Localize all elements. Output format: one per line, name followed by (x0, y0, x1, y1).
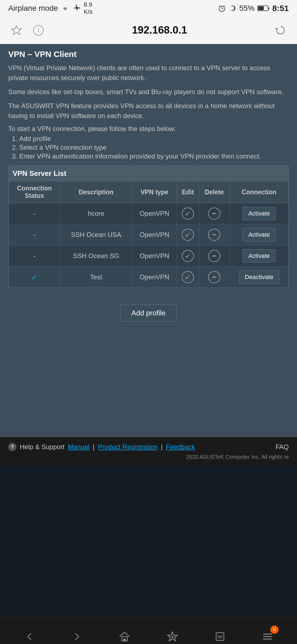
footer-copyright: 2020 ASUSTeK Computer Inc. All rights re (8, 454, 289, 460)
footer: ? Help & Support Manual | Product Regist… (0, 437, 297, 466)
row-delete-2[interactable] (199, 245, 230, 267)
table-row: -SSH Ocean SGOpenVPNActivate (9, 245, 288, 267)
browser-bar: i 192.168.0.1 (0, 17, 297, 44)
svg-line-3 (219, 6, 220, 6)
separator-1: | (93, 443, 94, 451)
table-row: -SSH Ocean USAOpenVPNActivate (9, 224, 288, 245)
svg-text:i: i (38, 27, 39, 34)
vpn-steps-list: Add profile Select a VPN connection type… (8, 135, 289, 160)
row-connection-3[interactable]: Deactivate (230, 267, 288, 288)
row-vpntype-2: OpenVPN (132, 245, 177, 267)
battery-icon (257, 5, 270, 12)
row-description-3: Test (60, 267, 132, 288)
status-left: Airplane mode 8.9 K/s (8, 1, 92, 16)
vpn-page: VPN – VPN Client VPN (Virtual Private Ne… (0, 44, 297, 341)
forward-button[interactable] (66, 626, 88, 644)
svg-line-12 (186, 212, 189, 215)
row-status-2: - (9, 245, 61, 267)
vpn-description-3: The ASUSWRT VPN feature provides VPN acc… (8, 101, 289, 121)
col-header-edit: Edit (177, 181, 199, 203)
vpn-page-title: VPN – VPN Client (8, 50, 289, 59)
faq-label: FAQ (276, 443, 289, 451)
connection-button-1[interactable]: Activate (243, 228, 276, 241)
svg-line-24 (186, 275, 189, 279)
url-bar[interactable]: 192.168.0.1 (47, 24, 272, 36)
table-row: ✓TestOpenVPNDeactivate (9, 267, 288, 288)
row-edit-2[interactable] (177, 245, 199, 267)
add-profile-button[interactable]: Add profile (120, 305, 177, 321)
row-connection-0[interactable]: Activate (230, 203, 288, 224)
reload-button[interactable] (272, 22, 289, 39)
connection-button-0[interactable]: Activate (243, 207, 276, 220)
moon-icon (229, 4, 237, 12)
status-right: 55% 8:51 (218, 4, 289, 13)
row-description-2: SSH Ocean SG (60, 245, 132, 267)
row-status-0: - (9, 203, 61, 224)
row-connection-2[interactable]: Activate (230, 245, 288, 267)
row-status-3: ✓ (9, 267, 61, 288)
row-vpntype-0: OpenVPN (132, 203, 177, 224)
vpn-table: ConnectionStatus Description VPN type Ed… (9, 181, 288, 288)
manual-link[interactable]: Manual (68, 443, 90, 451)
menu-button[interactable]: N (257, 626, 279, 644)
info-button[interactable]: i (30, 22, 47, 39)
vpn-description-1: VPN (Virtual Private Network) clients ar… (8, 63, 289, 83)
svg-rect-7 (258, 6, 264, 10)
airplane-mode-label: Airplane mode (8, 4, 58, 13)
row-edit-0[interactable] (177, 203, 199, 224)
help-support-label: Help & Support (20, 443, 65, 451)
connection-button-3[interactable]: Deactivate (239, 271, 279, 284)
col-header-connection: Connection (230, 181, 288, 203)
content-area: VPN – VPN Client VPN (Virtual Private Ne… (0, 44, 297, 437)
vpn-steps-intro: To start a VPN connection, please follow… (8, 125, 289, 133)
svg-rect-29 (123, 639, 126, 641)
col-header-delete: Delete (199, 181, 230, 203)
svg-line-4 (224, 6, 225, 6)
feedback-link[interactable]: Feedback (166, 443, 195, 451)
alarm-icon (218, 4, 226, 12)
bottom-nav: 98 N (0, 617, 297, 644)
svg-text:98: 98 (218, 635, 222, 639)
browser-left-icons: i (8, 22, 47, 39)
row-vpntype-3: OpenVPN (132, 267, 177, 288)
favorite-button[interactable] (8, 22, 25, 39)
row-description-1: SSH Ocean USA (60, 224, 132, 245)
airplane-icon (72, 4, 81, 13)
back-button[interactable] (18, 626, 40, 644)
network-speed: 8.9 K/s (84, 1, 93, 16)
connection-button-2[interactable]: Activate (243, 249, 276, 263)
row-edit-1[interactable] (177, 224, 199, 245)
step-2: Select a VPN connection type (19, 144, 289, 151)
bookmarks-button[interactable] (161, 626, 183, 644)
home-button[interactable] (114, 626, 136, 644)
help-icon: ? (8, 443, 16, 451)
tabs-button[interactable]: 98 (209, 626, 231, 644)
row-connection-1[interactable]: Activate (230, 224, 288, 245)
svg-marker-11 (275, 28, 278, 30)
wifi-icon (61, 5, 70, 12)
separator-2: | (161, 443, 163, 451)
row-edit-3[interactable] (177, 267, 199, 288)
step-1: Add profile (19, 135, 289, 143)
footer-links: ? Help & Support Manual | Product Regist… (8, 443, 289, 451)
vpn-table-title: VPN Server List (9, 166, 288, 181)
row-description-0: hcore (60, 203, 132, 224)
product-registration-link[interactable]: Product Registration (98, 443, 158, 451)
col-header-description: Description (60, 181, 132, 203)
row-vpntype-1: OpenVPN (132, 224, 177, 245)
col-header-connection-status: ConnectionStatus (9, 181, 61, 203)
svg-line-16 (186, 233, 189, 236)
battery-percentage: 55% (239, 4, 255, 13)
empty-space (0, 341, 297, 437)
status-bar: Airplane mode 8.9 K/s 55% 8:51 (0, 0, 297, 17)
svg-marker-8 (12, 26, 21, 35)
row-delete-0[interactable] (199, 203, 230, 224)
step-3: Enter VPN authentication information pro… (19, 152, 289, 160)
vpn-description-2: Some devices like set-top boxes, smart T… (8, 87, 289, 97)
row-delete-3[interactable] (199, 267, 230, 288)
col-header-vpn-type: VPN type (132, 181, 177, 203)
row-delete-1[interactable] (199, 224, 230, 245)
dark-area (0, 466, 297, 617)
svg-line-20 (186, 254, 189, 258)
table-row: -hcoreOpenVPNActivate (9, 203, 288, 224)
